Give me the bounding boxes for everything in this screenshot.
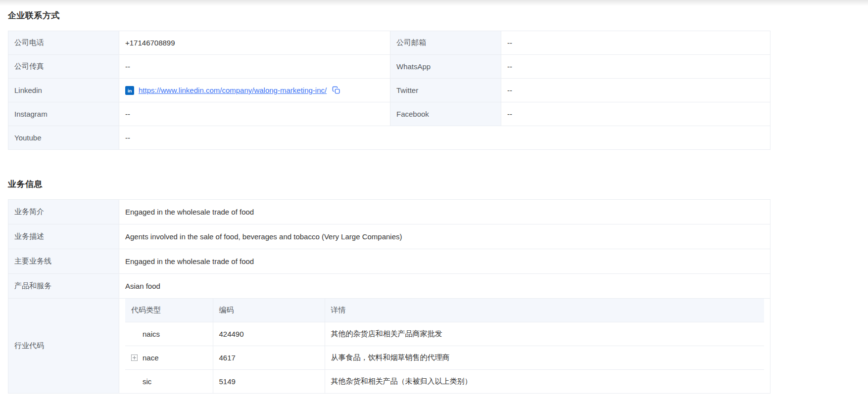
field-value-company-phone: +17146708899 <box>119 31 390 55</box>
code-detail-naics: 其他的杂货店和相关产品商家批发 <box>325 322 764 346</box>
field-label-company-email: 公司邮箱 <box>390 31 501 55</box>
business-row-products-services: 产品和服务 Asian food <box>8 274 771 299</box>
field-label-industry-codes: 行业代码 <box>8 299 119 394</box>
contact-row-phone-email: 公司电话 +17146708899 公司邮箱 -- <box>8 31 771 55</box>
field-label-youtube: Youtube <box>8 126 119 150</box>
code-value-nace: 4617 <box>213 346 325 370</box>
business-section-title: 业务信息 <box>8 178 868 190</box>
contact-section-title: 企业联系方式 <box>8 10 868 21</box>
field-value-company-email: -- <box>501 31 771 55</box>
field-value-twitter: -- <box>501 79 771 102</box>
code-value-naics: 424490 <box>213 322 325 346</box>
code-type-sic: sic <box>143 377 151 386</box>
code-type-cell: nace <box>125 346 213 370</box>
field-label-twitter: Twitter <box>390 79 501 102</box>
column-header-detail: 详情 <box>325 299 764 322</box>
field-label-company-fax: 公司传真 <box>8 55 119 79</box>
top-fade-divider <box>0 0 868 6</box>
field-label-linkedin: Linkedin <box>8 79 119 102</box>
industry-codes-cell: 代码类型 编码 详情 naics 424490 其他的杂货店和相关产品商 <box>119 299 771 394</box>
field-value-main-business-lines: Engaged in the wholesale trade of food <box>119 249 771 274</box>
field-label-facebook: Facebook <box>390 102 501 126</box>
field-label-main-business-lines: 主要业务线 <box>8 249 119 274</box>
field-label-business-description: 业务描述 <box>8 224 119 249</box>
industry-code-row-nace: nace 4617 从事食品，饮料和烟草销售的代理商 <box>125 346 764 370</box>
field-value-whatsapp: -- <box>501 55 771 79</box>
code-value-sic: 5149 <box>213 370 325 394</box>
field-value-facebook: -- <box>501 102 771 126</box>
code-detail-nace: 从事食品，饮料和烟草销售的代理商 <box>325 346 764 370</box>
field-value-youtube: -- <box>119 126 771 150</box>
code-type-cell: naics <box>125 322 213 346</box>
industry-code-row-sic: sic 5149 其他杂货和相关产品（未被归入以上类别） <box>125 370 764 394</box>
industry-codes-header-row: 代码类型 编码 详情 <box>125 299 764 322</box>
business-table: 业务简介 Engaged in the wholesale trade of f… <box>8 199 771 394</box>
code-detail-sic: 其他杂货和相关产品（未被归入以上类别） <box>325 370 764 394</box>
expand-plus-icon[interactable] <box>131 355 138 361</box>
svg-text:in: in <box>128 88 132 93</box>
industry-code-row-naics: naics 424490 其他的杂货店和相关产品商家批发 <box>125 322 764 346</box>
code-type-nace: nace <box>143 354 159 362</box>
field-label-instagram: Instagram <box>8 102 119 126</box>
field-label-company-phone: 公司电话 <box>8 31 119 55</box>
contact-row-linkedin-twitter: Linkedin in https://www.linkedin.com/com… <box>8 79 771 102</box>
contact-row-instagram-facebook: Instagram -- Facebook -- <box>8 102 771 126</box>
field-value-products-services: Asian food <box>119 274 771 299</box>
linkedin-icon: in <box>125 86 134 95</box>
industry-codes-table: 代码类型 编码 详情 naics 424490 其他的杂货店和相关产品商 <box>125 299 764 393</box>
field-value-business-description: Agents involved in the sale of food, bev… <box>119 224 771 249</box>
field-value-business-intro: Engaged in the wholesale trade of food <box>119 200 771 224</box>
contact-row-youtube: Youtube -- <box>8 126 771 150</box>
company-detail-page: 企业联系方式 公司电话 +17146708899 公司邮箱 -- 公司传真 --… <box>0 0 868 399</box>
field-value-linkedin: in https://www.linkedin.com/company/walo… <box>119 79 390 102</box>
column-header-code: 编码 <box>213 299 325 322</box>
field-value-company-fax: -- <box>119 55 390 79</box>
code-type-cell: sic <box>125 370 213 394</box>
business-row-intro: 业务简介 Engaged in the wholesale trade of f… <box>8 200 771 224</box>
field-label-whatsapp: WhatsApp <box>390 55 501 79</box>
field-value-instagram: -- <box>119 102 390 126</box>
field-label-products-services: 产品和服务 <box>8 274 119 299</box>
code-type-naics: naics <box>143 330 160 338</box>
contact-table: 公司电话 +17146708899 公司邮箱 -- 公司传真 -- WhatsA… <box>8 31 771 150</box>
page-content: 企业联系方式 公司电话 +17146708899 公司邮箱 -- 公司传真 --… <box>0 10 868 394</box>
column-header-code-type: 代码类型 <box>125 299 213 322</box>
field-label-business-intro: 业务简介 <box>8 200 119 224</box>
contact-row-fax-whatsapp: 公司传真 -- WhatsApp -- <box>8 55 771 79</box>
linkedin-link[interactable]: https://www.linkedin.com/company/walong-… <box>139 86 327 94</box>
business-row-description: 业务描述 Agents involved in the sale of food… <box>8 224 771 249</box>
business-row-industry-codes: 行业代码 代码类型 编码 详情 naics <box>8 299 771 394</box>
copy-icon[interactable] <box>332 86 340 94</box>
business-row-main-lines: 主要业务线 Engaged in the wholesale trade of … <box>8 249 771 274</box>
